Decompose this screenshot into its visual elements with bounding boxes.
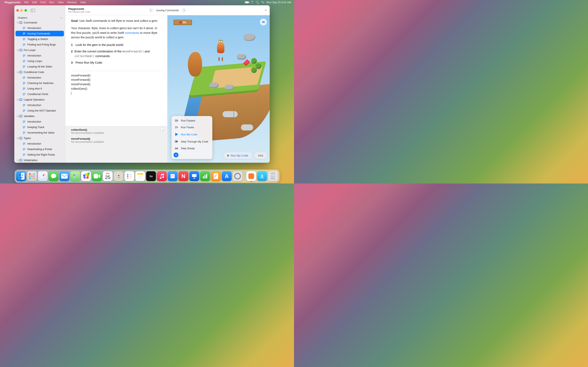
battery-icon[interactable] (245, 1, 249, 3)
dock-keynote[interactable] (190, 171, 199, 181)
page-row[interactable]: Deactivating a Portal (14, 146, 65, 152)
chapter-row[interactable]: Commands (14, 20, 65, 25)
chapter-row[interactable]: Initialization (14, 157, 65, 163)
chapters-header[interactable]: Chapters (14, 15, 65, 20)
chapter-row[interactable]: Logical Operators (14, 97, 65, 102)
page-row[interactable]: Introduction (14, 102, 65, 108)
dock-maps[interactable] (70, 171, 80, 181)
menu-run[interactable]: Run (49, 1, 54, 4)
dock-system-settings[interactable] (233, 171, 242, 181)
page-row[interactable]: Finding and Fixing Bugs (14, 42, 65, 47)
book-icon (19, 115, 22, 118)
page-row[interactable]: Using Loops (14, 58, 65, 64)
dock-contacts[interactable] (114, 171, 123, 181)
page-row[interactable]: Keeping Track (14, 124, 65, 130)
commands-link[interactable]: commands (125, 31, 139, 34)
run-menu-item[interactable]: Step Slowly (172, 145, 212, 152)
run-menu-item[interactable]: Run Fastest (172, 117, 212, 124)
prev-page-button[interactable] (149, 8, 153, 12)
dock-music[interactable] (157, 171, 167, 181)
page-row[interactable]: Incrementing the Value (14, 130, 65, 135)
sidebar-toggle-icon[interactable] (31, 9, 35, 12)
page-row[interactable]: Conditional Climb (14, 91, 65, 97)
next-page-button[interactable] (182, 8, 186, 12)
collapse-panel-button[interactable] (161, 128, 164, 132)
vine-icon (257, 97, 258, 121)
speaker-button[interactable] (260, 18, 267, 25)
close-run-menu-button[interactable]: ✕ (173, 152, 178, 157)
dock-trash[interactable] (268, 171, 278, 181)
chevron-down-icon (60, 17, 62, 19)
dock-pages[interactable] (211, 171, 221, 181)
code-editor[interactable]: moveForward()moveForward()moveForward()c… (65, 73, 167, 95)
chapter-row[interactable]: Types (14, 135, 65, 141)
menu-view[interactable]: View (58, 1, 63, 4)
dock-photos[interactable] (81, 171, 91, 181)
dock-safari[interactable] (38, 171, 48, 181)
goal-text: Use Swift commands to tell Byte to move … (79, 19, 158, 22)
menubar-clock[interactable]: Mon Sep 25 9:41 AM (267, 1, 291, 4)
chapter-row[interactable]: For Loops (14, 47, 65, 53)
minimize-window-button[interactable] (20, 9, 23, 12)
page-title: Issuing Commands (156, 9, 179, 12)
page-row[interactable]: Introduction (14, 141, 65, 146)
dock-calendar[interactable]: SEP25 (103, 171, 113, 181)
menu-help[interactable]: Help (80, 1, 86, 4)
disclosure-icon (16, 99, 19, 101)
app-menu[interactable]: Playgrounds (4, 1, 21, 4)
quick-help-panel: collectGem()No documentation available.m… (65, 126, 167, 163)
page-row[interactable]: Introduction (14, 53, 65, 58)
dock-app-store[interactable] (222, 171, 232, 181)
control-center-icon[interactable] (261, 1, 265, 3)
hint-button[interactable]: Hint (254, 152, 267, 159)
dock-swift-playgrounds[interactable] (246, 171, 256, 181)
page-row[interactable]: Setting the Right Portal (14, 152, 65, 157)
menu-find[interactable]: Find (40, 1, 45, 4)
run-my-code-button[interactable]: Run My Code (224, 152, 252, 159)
dock-reminders[interactable] (125, 171, 134, 181)
page-icon (22, 38, 26, 41)
book-icon (19, 49, 22, 52)
svg-point-74 (127, 177, 129, 179)
run-menu-item[interactable]: Step Through My Code (172, 138, 212, 145)
dock-freeform[interactable] (168, 171, 178, 181)
calendar-day: 25 (105, 175, 111, 180)
page-icon (22, 54, 26, 57)
dock-tv[interactable]: tv (146, 171, 156, 181)
toolbar-right: + (265, 8, 267, 12)
dock-downloads[interactable] (257, 171, 267, 181)
dock-messages[interactable] (49, 171, 59, 181)
chapter-row[interactable]: Variables (14, 113, 65, 119)
run-menu-item[interactable]: Run My Code (172, 131, 212, 138)
page-icon (22, 87, 26, 90)
close-window-button[interactable] (16, 9, 19, 12)
page-row[interactable]: Looping All the Sides (14, 64, 65, 69)
wifi-icon[interactable] (250, 1, 254, 3)
page-row[interactable]: Introduction (14, 119, 65, 124)
chapter-title: Logical Operators (24, 98, 45, 101)
run-menu-item[interactable]: Run Faster (172, 124, 212, 131)
zoom-window-button[interactable] (25, 9, 27, 12)
page-row[interactable]: Using else if (14, 86, 65, 91)
page-row[interactable]: Issuing Commands (16, 31, 64, 36)
menu-window[interactable]: Window (67, 1, 77, 4)
dock-finder[interactable] (16, 171, 26, 181)
page-title: Conditional Climb (27, 92, 48, 96)
page-row[interactable]: Toggling a Switch (14, 36, 65, 42)
page-row[interactable]: Checking for Switches (14, 80, 65, 86)
spotlight-icon[interactable] (255, 1, 259, 4)
page-row[interactable]: Introduction (14, 75, 65, 80)
dock-notes[interactable] (135, 171, 145, 181)
dock-facetime[interactable] (92, 171, 102, 181)
add-button[interactable]: + (265, 8, 267, 12)
dock-news[interactable]: N (179, 171, 189, 181)
chapter-row[interactable]: Conditional Code (14, 69, 65, 75)
page-row[interactable]: Using the NOT Operator (14, 108, 65, 113)
menu-edit[interactable]: Edit (32, 1, 37, 4)
svg-point-71 (118, 175, 120, 176)
page-row[interactable]: Introduction (14, 25, 65, 31)
dock-mail[interactable] (60, 171, 69, 181)
dock-launchpad[interactable] (27, 171, 37, 181)
menu-file[interactable]: File (24, 1, 29, 4)
dock-numbers[interactable] (200, 171, 210, 181)
